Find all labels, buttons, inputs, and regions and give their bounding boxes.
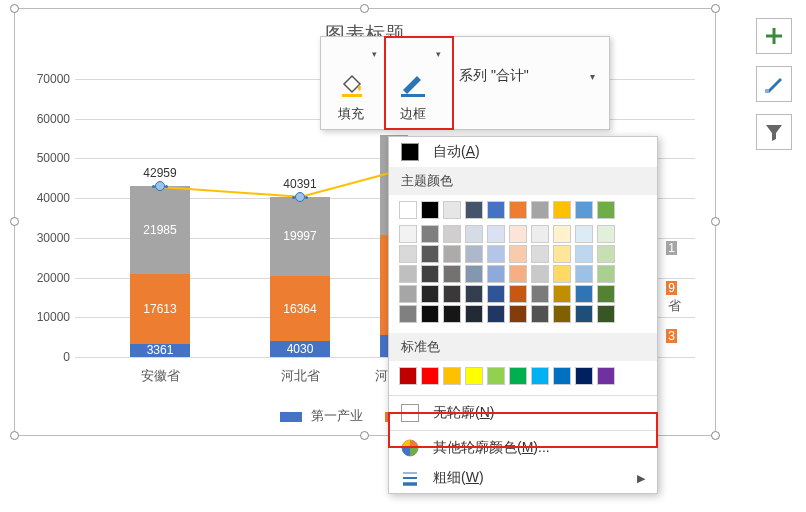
color-swatch[interactable] <box>421 245 439 263</box>
color-swatch[interactable] <box>443 201 461 219</box>
resize-handle[interactable] <box>10 431 19 440</box>
color-swatch[interactable] <box>575 201 593 219</box>
color-swatch[interactable] <box>399 265 417 283</box>
color-swatch[interactable] <box>443 245 461 263</box>
color-swatch[interactable] <box>553 201 571 219</box>
color-swatch[interactable] <box>465 305 483 323</box>
color-swatch[interactable] <box>421 225 439 243</box>
color-swatch[interactable] <box>509 201 527 219</box>
chart-styles-button[interactable] <box>756 66 792 102</box>
color-swatch[interactable] <box>531 265 549 283</box>
auto-color-item[interactable]: 自动(A) <box>389 137 657 167</box>
resize-handle[interactable] <box>711 217 720 226</box>
color-swatch[interactable] <box>553 225 571 243</box>
color-swatch[interactable] <box>443 367 461 385</box>
color-swatch[interactable] <box>553 265 571 283</box>
highlight-box <box>384 36 454 130</box>
dropdown-caret-icon[interactable]: ▾ <box>372 49 377 59</box>
color-swatch[interactable] <box>465 225 483 243</box>
color-swatch[interactable] <box>421 201 439 219</box>
color-swatch[interactable] <box>487 225 505 243</box>
resize-handle[interactable] <box>360 431 369 440</box>
color-swatch[interactable] <box>575 245 593 263</box>
color-swatch[interactable] <box>399 201 417 219</box>
color-swatch[interactable] <box>509 245 527 263</box>
color-swatch[interactable] <box>509 367 527 385</box>
fill-button[interactable]: ▾ 填充 <box>321 37 381 129</box>
color-swatch[interactable] <box>443 265 461 283</box>
chart-elements-button[interactable] <box>756 18 792 54</box>
color-swatch[interactable] <box>575 367 593 385</box>
color-swatch[interactable] <box>465 285 483 303</box>
color-swatch[interactable] <box>421 265 439 283</box>
bar-anhui[interactable]: 3361 17613 21985 <box>130 186 190 357</box>
resize-handle[interactable] <box>10 217 19 226</box>
legend-label: 第一产业 <box>311 408 363 423</box>
color-swatch[interactable] <box>421 285 439 303</box>
color-swatch[interactable] <box>597 225 615 243</box>
color-swatch[interactable] <box>575 285 593 303</box>
color-swatch[interactable] <box>509 305 527 323</box>
color-swatch[interactable] <box>597 367 615 385</box>
data-label: 40391 <box>283 177 316 191</box>
color-swatch[interactable] <box>597 285 615 303</box>
color-swatch[interactable] <box>487 367 505 385</box>
color-swatch[interactable] <box>553 245 571 263</box>
chart-filters-button[interactable] <box>756 114 792 150</box>
color-swatch[interactable] <box>399 285 417 303</box>
weight-item[interactable]: 粗细(W) ▶ <box>389 463 657 493</box>
color-swatch[interactable] <box>531 245 549 263</box>
plus-icon <box>764 26 784 46</box>
data-point[interactable] <box>295 192 305 202</box>
color-swatch[interactable] <box>487 245 505 263</box>
color-swatch[interactable] <box>597 305 615 323</box>
color-swatch[interactable] <box>399 367 417 385</box>
resize-handle[interactable] <box>10 4 19 13</box>
color-swatch[interactable] <box>597 245 615 263</box>
color-swatch[interactable] <box>553 305 571 323</box>
y-tick: 50000 <box>25 151 70 165</box>
resize-handle[interactable] <box>360 4 369 13</box>
color-swatch[interactable] <box>531 225 549 243</box>
bar-hebei[interactable]: 4030 16364 19997 <box>270 197 330 357</box>
color-swatch[interactable] <box>465 201 483 219</box>
color-swatch[interactable] <box>487 201 505 219</box>
color-swatch[interactable] <box>575 225 593 243</box>
color-swatch[interactable] <box>509 285 527 303</box>
color-swatch[interactable] <box>443 285 461 303</box>
color-swatch[interactable] <box>399 245 417 263</box>
y-tick: 40000 <box>25 191 70 205</box>
color-swatch[interactable] <box>575 265 593 283</box>
color-swatch[interactable] <box>597 265 615 283</box>
color-swatch[interactable] <box>487 265 505 283</box>
color-swatch[interactable] <box>399 225 417 243</box>
standard-color-grid <box>389 361 657 393</box>
data-point[interactable] <box>155 181 165 191</box>
color-swatch[interactable] <box>465 367 483 385</box>
color-swatch[interactable] <box>553 367 571 385</box>
resize-handle[interactable] <box>711 4 720 13</box>
color-swatch[interactable] <box>443 305 461 323</box>
color-swatch[interactable] <box>443 225 461 243</box>
color-swatch[interactable] <box>399 305 417 323</box>
resize-handle[interactable] <box>711 431 720 440</box>
color-swatch[interactable] <box>553 285 571 303</box>
color-swatch[interactable] <box>575 305 593 323</box>
series-selector[interactable]: 系列 "合计" ▾ <box>445 37 609 129</box>
color-swatch[interactable] <box>509 225 527 243</box>
color-swatch[interactable] <box>421 305 439 323</box>
data-label: 1 <box>666 241 677 255</box>
color-swatch[interactable] <box>421 367 439 385</box>
highlight-box <box>388 412 658 448</box>
dropdown-caret-icon[interactable]: ▾ <box>590 67 595 82</box>
color-swatch[interactable] <box>531 201 549 219</box>
color-swatch[interactable] <box>531 367 549 385</box>
color-swatch[interactable] <box>487 285 505 303</box>
color-swatch[interactable] <box>531 305 549 323</box>
color-swatch[interactable] <box>531 285 549 303</box>
color-swatch[interactable] <box>465 265 483 283</box>
color-swatch[interactable] <box>597 201 615 219</box>
color-swatch[interactable] <box>509 265 527 283</box>
color-swatch[interactable] <box>465 245 483 263</box>
color-swatch[interactable] <box>487 305 505 323</box>
